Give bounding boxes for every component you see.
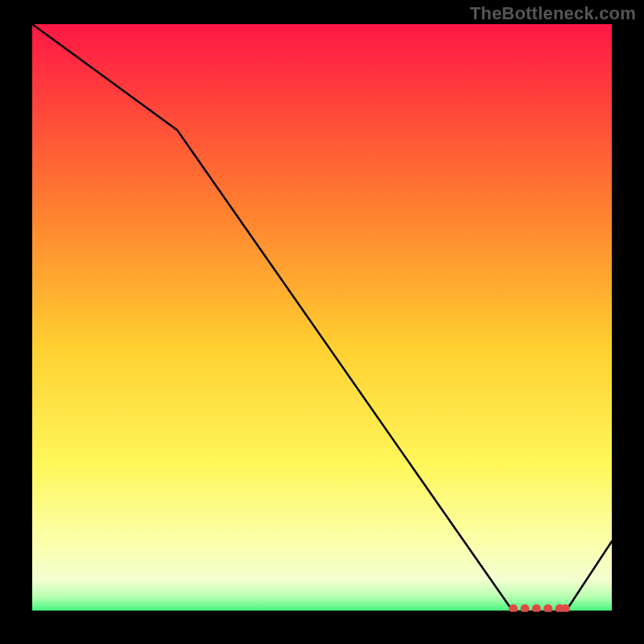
plot-svg	[32, 24, 612, 612]
plot-area	[32, 24, 612, 612]
gradient-rect	[32, 24, 612, 612]
chart-frame: TheBottleneck.com	[0, 0, 644, 644]
attribution-text: TheBottleneck.com	[470, 3, 636, 24]
